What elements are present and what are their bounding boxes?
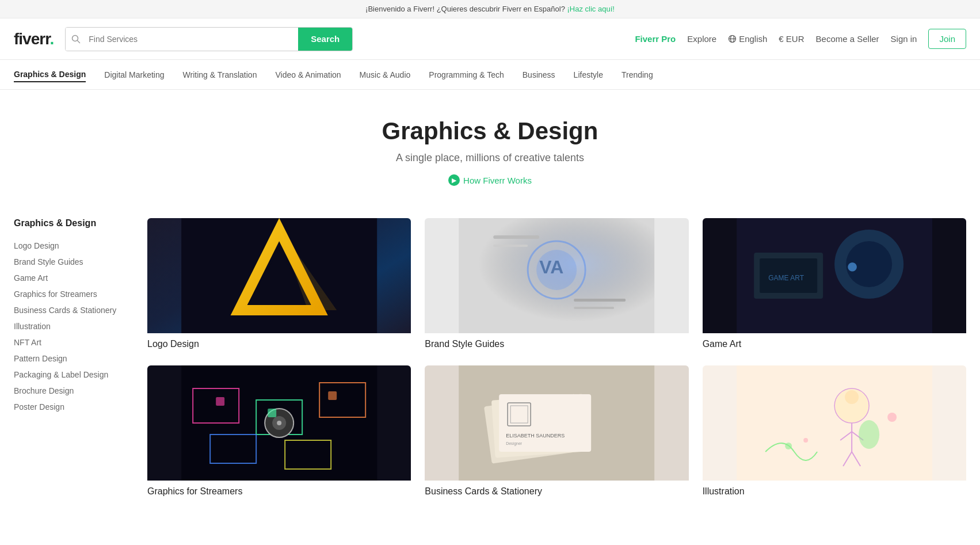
category-nav-item-lifestyle[interactable]: Lifestyle	[574, 68, 603, 82]
sidebar-item[interactable]: Business Cards & Stationery	[14, 302, 129, 318]
svg-point-55	[859, 420, 879, 449]
card-image	[703, 365, 966, 481]
sidebar-items: Logo DesignBrand Style GuidesGame ArtGra…	[14, 238, 129, 415]
grid-card[interactable]: Graphics for Streamers	[147, 365, 411, 499]
currency-selector[interactable]: € EUR	[779, 34, 804, 44]
svg-rect-18	[574, 307, 614, 309]
banner-link[interactable]: ¡Haz clic aquí!	[567, 5, 615, 13]
category-nav-item-trending[interactable]: Trending	[621, 68, 653, 82]
sidebar-item[interactable]: Brochure Design	[14, 383, 129, 399]
search-input[interactable]	[86, 28, 298, 51]
svg-rect-15	[493, 235, 539, 239]
card-image: VA	[425, 218, 688, 333]
card-label: Brand Style Guides	[425, 333, 688, 352]
svg-point-58	[803, 438, 808, 443]
svg-text:●: ●	[846, 254, 859, 277]
card-image	[147, 365, 411, 481]
card-image: ● GAME ART	[703, 218, 966, 333]
category-nav-item-writing---translation[interactable]: Writing & Translation	[183, 68, 257, 82]
language-selector[interactable]: English	[728, 34, 767, 44]
sidebar-item[interactable]: NFT Art	[14, 334, 129, 350]
sign-in-link[interactable]: Sign in	[891, 34, 917, 44]
card-image: ELISABETH SAUNDERS Designer	[425, 365, 688, 481]
svg-text:GAME ART: GAME ART	[768, 274, 804, 282]
category-nav-item-music---audio[interactable]: Music & Audio	[360, 68, 411, 82]
become-seller-link[interactable]: Become a Seller	[816, 34, 879, 44]
logo[interactable]: fiverr.	[14, 30, 54, 48]
category-nav-item-video---animation[interactable]: Video & Animation	[275, 68, 341, 82]
sidebar-item[interactable]: Logo Design	[14, 238, 129, 254]
card-label: Logo Design	[147, 333, 411, 352]
svg-rect-47	[737, 365, 932, 481]
sidebar-item[interactable]: Packaging & Label Design	[14, 367, 129, 383]
search-button[interactable]: Search	[298, 28, 352, 51]
grid-card[interactable]: ● GAME ART Game Art	[703, 218, 966, 352]
svg-text:Designer: Designer	[506, 441, 523, 446]
svg-point-49	[845, 390, 859, 404]
sidebar-item[interactable]: Illustration	[14, 318, 129, 334]
language-label: English	[739, 34, 767, 44]
category-nav-item-programming---tech[interactable]: Programming & Tech	[429, 68, 504, 82]
search-icon	[66, 28, 86, 51]
hero-subtitle: A single place, millions of creative tal…	[14, 152, 966, 164]
card-grid: Logo Design VA Brand Style Guides ●	[147, 218, 966, 499]
fiverr-pro-link[interactable]: Fiverr Pro	[635, 34, 676, 44]
category-nav-item-graphics---design[interactable]: Graphics & Design	[14, 67, 86, 82]
explore-link[interactable]: Explore	[687, 34, 716, 44]
sidebar-item[interactable]: Graphics for Streamers	[14, 286, 129, 302]
category-nav-item-digital-marketing[interactable]: Digital Marketing	[104, 68, 164, 82]
svg-rect-36	[216, 397, 224, 406]
card-image	[147, 218, 411, 333]
grid-card[interactable]: Illustration	[703, 365, 966, 499]
sidebar-item[interactable]: Poster Design	[14, 399, 129, 415]
main-content: Graphics & Design Logo DesignBrand Style…	[0, 204, 980, 522]
grid-card[interactable]: Logo Design	[147, 218, 411, 352]
card-label: Business Cards & Stationery	[425, 481, 688, 499]
svg-text:ELISABETH SAUNDERS: ELISABETH SAUNDERS	[506, 433, 565, 439]
card-label: Game Art	[703, 333, 966, 352]
header-nav: Fiverr Pro Explore English € EUR Become …	[635, 29, 966, 49]
sidebar-title: Graphics & Design	[14, 218, 129, 228]
card-label: Graphics for Streamers	[147, 481, 411, 499]
play-icon: ▶	[448, 174, 460, 186]
svg-point-35	[277, 421, 281, 425]
category-nav-item-business[interactable]: Business	[523, 68, 555, 82]
svg-rect-38	[328, 391, 337, 400]
hero-title: Graphics & Design	[14, 117, 966, 145]
svg-text:VA: VA	[539, 257, 563, 277]
sidebar-item[interactable]: Game Art	[14, 270, 129, 286]
svg-line-1	[78, 40, 80, 43]
grid-section: Logo Design VA Brand Style Guides ●	[147, 218, 966, 499]
banner-text: ¡Bienvenido a Fiverr! ¿Quieres descubrir…	[365, 5, 565, 13]
header: fiverr. Search Fiverr Pro Explore Englis…	[0, 18, 980, 60]
category-nav: Graphics & DesignDigital MarketingWritin…	[0, 60, 980, 90]
search-bar: Search	[65, 27, 353, 51]
grid-card[interactable]: ELISABETH SAUNDERS Designer Business Car…	[425, 365, 688, 499]
sidebar-item[interactable]: Pattern Design	[14, 350, 129, 367]
svg-point-57	[785, 443, 792, 449]
svg-point-56	[887, 413, 897, 422]
svg-rect-37	[268, 409, 276, 417]
how-fiverr-works-link[interactable]: ▶ How Fiverr Works	[448, 174, 532, 186]
hero-section: Graphics & Design A single place, millio…	[0, 90, 980, 204]
sidebar: Graphics & Design Logo DesignBrand Style…	[14, 218, 129, 499]
top-banner: ¡Bienvenido a Fiverr! ¿Quieres descubrir…	[0, 0, 980, 18]
how-fiverr-works-label: How Fiverr Works	[463, 176, 532, 185]
card-label: Illustration	[703, 481, 966, 499]
grid-card[interactable]: VA Brand Style Guides	[425, 218, 688, 352]
sidebar-item[interactable]: Brand Style Guides	[14, 254, 129, 270]
svg-rect-17	[574, 299, 626, 302]
svg-rect-16	[493, 245, 528, 247]
globe-icon	[728, 35, 737, 43]
join-button[interactable]: Join	[928, 29, 966, 49]
